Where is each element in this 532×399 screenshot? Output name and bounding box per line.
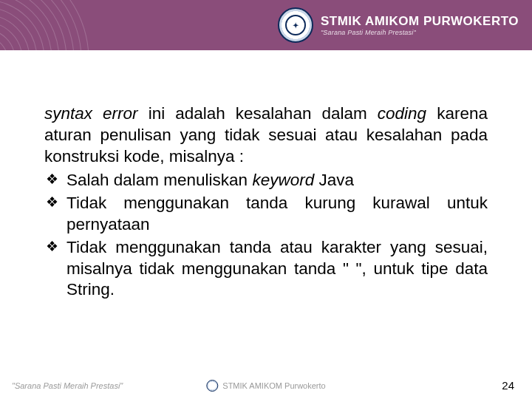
svg-point-10 bbox=[0, 0, 74, 50]
svg-point-7 bbox=[0, 0, 52, 50]
bullet1-post: Java bbox=[314, 171, 354, 189]
header-brand-block: ✦ STMIK AMIKOM PURWOKERTO "Sarana Pasti … bbox=[278, 7, 519, 43]
slide-body: syntax error ini adalah kesalahan dalam … bbox=[0, 50, 532, 301]
list-item: Tidak menggunakan tanda atau karakter ya… bbox=[44, 237, 488, 301]
svg-point-8 bbox=[0, 0, 59, 50]
brand-tagline: "Sarana Pasti Meraih Prestasi" bbox=[321, 30, 519, 36]
lead-text-1: ini adalah kesalahan dalam bbox=[138, 104, 378, 123]
header-ornament bbox=[0, 0, 126, 50]
list-item: Salah dalam menuliskan keyword Java bbox=[44, 170, 488, 191]
footer-brand-block: STMIK AMIKOM Purwokerto bbox=[206, 380, 325, 392]
bullet2-text: Tidak menggunakan tanda kurung kurawal u… bbox=[66, 194, 488, 233]
institution-logo: ✦ bbox=[278, 7, 313, 43]
bullet1-pre: Salah dalam menuliskan bbox=[66, 171, 252, 189]
list-item: Tidak menggunakan tanda kurung kurawal u… bbox=[44, 193, 488, 236]
brand-name: STMIK AMIKOM PURWOKERTO bbox=[321, 15, 519, 27]
page-number: 24 bbox=[502, 379, 514, 392]
svg-point-2 bbox=[0, 30, 15, 50]
lead-term-2: coding bbox=[378, 104, 426, 123]
logo-inner-mark: ✦ bbox=[285, 15, 306, 35]
bullet-list: Salah dalam menuliskan keyword Java Tida… bbox=[44, 170, 488, 301]
brand-text-block: STMIK AMIKOM PURWOKERTO "Sarana Pasti Me… bbox=[321, 15, 519, 36]
svg-point-4 bbox=[0, 15, 30, 50]
footer-brand-text: STMIK AMIKOM Purwokerto bbox=[222, 381, 325, 390]
footer-logo-icon bbox=[206, 380, 218, 392]
bullet1-keyword: keyword bbox=[252, 171, 314, 189]
slide-footer: "Sarana Pasti Meraih Prestasi" STMIK AMI… bbox=[0, 379, 532, 392]
footer-tagline: "Sarana Pasti Meraih Prestasi" bbox=[12, 381, 123, 390]
lead-term-1: syntax error bbox=[44, 104, 138, 123]
slide-header: ✦ STMIK AMIKOM PURWOKERTO "Sarana Pasti … bbox=[0, 0, 532, 50]
svg-point-11 bbox=[0, 0, 81, 50]
bullet3-text: Tidak menggunakan tanda atau karakter ya… bbox=[66, 238, 488, 299]
lead-paragraph: syntax error ini adalah kesalahan dalam … bbox=[44, 103, 488, 167]
